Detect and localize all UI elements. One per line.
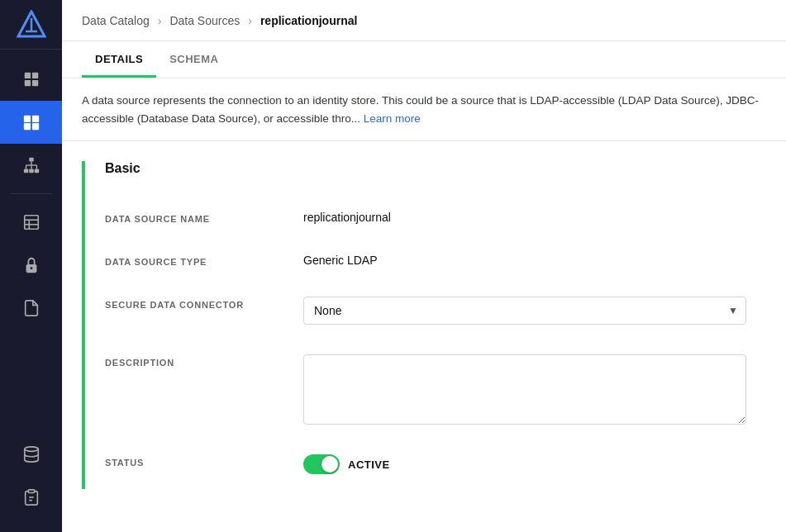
catalog-icon [22, 113, 40, 131]
toggle-status[interactable] [303, 454, 340, 474]
sidebar-item-table[interactable] [0, 201, 62, 244]
sidebar-nav [0, 50, 62, 330]
label-secure-connector: SECURE DATA CONNECTOR [105, 297, 287, 310]
description-banner: A data source represents the connection … [62, 78, 786, 141]
learn-more-link[interactable]: Learn more [364, 112, 421, 125]
breadcrumb-data-catalog[interactable]: Data Catalog [82, 14, 150, 27]
textarea-description[interactable] [303, 354, 746, 425]
file-icon [22, 299, 40, 317]
sidebar-divider-1 [11, 193, 52, 194]
form-row-datasource-type: DATA SOURCE TYPE Generic LDAP [105, 239, 746, 282]
value-datasource-type: Generic LDAP [303, 254, 746, 267]
sidebar-item-clipboard[interactable] [0, 476, 62, 519]
svg-rect-6 [31, 80, 37, 86]
sidebar-item-database[interactable] [0, 433, 62, 476]
svg-point-30 [24, 447, 38, 452]
form-row-secure-connector: SECURE DATA CONNECTOR None Option 1 Opti… [105, 282, 746, 340]
svg-point-12 [34, 118, 36, 121]
svg-point-11 [26, 118, 28, 121]
lock-icon [22, 256, 40, 274]
tabs-bar: DETAILS SCHEMA [62, 41, 786, 78]
hierarchy-icon [22, 156, 40, 174]
breadcrumb-data-sources[interactable]: Data Sources [169, 14, 240, 27]
sidebar [0, 0, 62, 532]
select-wrapper-connector: None Option 1 Option 2 ▼ [303, 297, 746, 325]
clipboard-icon [22, 488, 40, 506]
svg-point-29 [30, 267, 32, 269]
form-row-description: DESCRIPTION [105, 340, 746, 439]
app-logo-icon [17, 10, 46, 40]
breadcrumb-sep-1: › [158, 14, 162, 27]
sidebar-item-file[interactable] [0, 287, 62, 330]
tab-details[interactable]: DETAILS [82, 41, 156, 78]
svg-point-13 [26, 126, 28, 128]
svg-rect-15 [29, 158, 34, 162]
main-content: Data Catalog › Data Sources › replicatio… [62, 0, 786, 532]
label-status: STATUS [105, 454, 287, 468]
value-datasource-name: replicationjournal [303, 211, 746, 224]
sidebar-item-dashboard[interactable] [0, 58, 62, 101]
section-title: Basic [105, 161, 746, 176]
label-datasource-name: DATA SOURCE NAME [105, 211, 287, 224]
sidebar-item-lock[interactable] [0, 244, 62, 287]
form-section: Basic DATA SOURCE NAME replicationjourna… [82, 141, 766, 532]
sidebar-item-hierarchy[interactable] [0, 144, 62, 187]
form-row-status: STATUS ACTIVE [105, 439, 746, 489]
breadcrumb-sep-2: › [248, 14, 252, 27]
select-secure-connector[interactable]: None Option 1 Option 2 [303, 297, 746, 325]
svg-rect-16 [23, 169, 27, 173]
label-description: DESCRIPTION [105, 354, 287, 368]
label-datasource-type: DATA SOURCE TYPE [105, 254, 287, 267]
form-row-datasource-name: DATA SOURCE NAME replicationjournal [105, 196, 746, 239]
breadcrumb-current: replicationjournal [260, 14, 357, 27]
section-card-basic: Basic DATA SOURCE NAME replicationjourna… [82, 161, 746, 489]
svg-rect-17 [29, 169, 34, 173]
svg-point-14 [34, 126, 36, 128]
svg-rect-31 [28, 490, 34, 493]
toggle-thumb [322, 456, 338, 473]
svg-rect-3 [24, 73, 30, 78]
toggle-status-label: ACTIVE [348, 458, 390, 471]
grid-icon [22, 70, 40, 88]
table-icon [22, 213, 40, 231]
svg-rect-24 [24, 216, 38, 230]
sidebar-item-catalog[interactable] [0, 101, 62, 144]
toggle-row-status: ACTIVE [303, 454, 390, 474]
svg-rect-18 [34, 169, 38, 173]
sidebar-logo [0, 0, 62, 50]
sidebar-bottom [0, 433, 62, 532]
tab-schema[interactable]: SCHEMA [156, 41, 231, 78]
topbar: Data Catalog › Data Sources › replicatio… [62, 0, 786, 41]
svg-rect-5 [24, 80, 30, 86]
database-icon [22, 445, 40, 463]
svg-rect-4 [31, 73, 37, 78]
